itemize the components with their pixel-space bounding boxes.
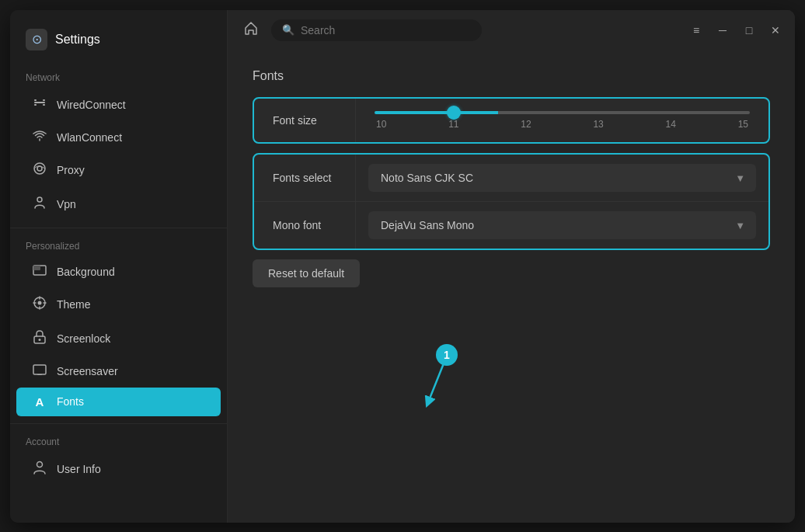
proxy-label: Proxy bbox=[57, 164, 85, 176]
sidebar-item-wlanconnect[interactable]: WlanConnect bbox=[16, 123, 221, 152]
screensaver-label: Screensaver bbox=[57, 365, 118, 377]
tick-15: 15 bbox=[738, 119, 748, 130]
svg-rect-4 bbox=[43, 104, 45, 106]
sidebar-item-wiredconnect[interactable]: WiredConnect bbox=[16, 89, 221, 121]
tick-11: 11 bbox=[448, 119, 458, 130]
fonts-select-label: Fonts select bbox=[254, 159, 355, 196]
svg-point-7 bbox=[37, 197, 42, 202]
wifi-icon bbox=[32, 130, 47, 144]
tick-13: 13 bbox=[593, 119, 603, 130]
slider-labels: 10 11 12 13 14 15 bbox=[375, 119, 750, 130]
svg-rect-1 bbox=[34, 99, 37, 101]
vpn-label: Vpn bbox=[57, 198, 76, 210]
svg-rect-2 bbox=[43, 99, 45, 101]
search-placeholder: Search bbox=[301, 24, 335, 37]
sidebar-item-vpn[interactable]: Vpn bbox=[16, 188, 221, 221]
sidebar-item-proxy[interactable]: Proxy bbox=[16, 154, 221, 186]
svg-point-13 bbox=[39, 339, 41, 341]
svg-rect-15 bbox=[37, 374, 42, 375]
divider-2 bbox=[10, 423, 227, 424]
sidebar-header: ⊙ Settings bbox=[10, 23, 227, 66]
mono-font-row: Mono font DejaVu Sans Mono Noto Mono Lib… bbox=[254, 201, 768, 249]
sidebar-item-fonts[interactable]: A Fonts bbox=[16, 388, 221, 416]
svg-point-17 bbox=[37, 461, 43, 467]
proxy-icon bbox=[32, 162, 47, 179]
svg-point-5 bbox=[34, 163, 45, 174]
vpn-icon bbox=[32, 196, 47, 213]
userinfo-label: User Info bbox=[57, 463, 101, 475]
sidebar: ⊙ Settings Network WiredConnect bbox=[10, 10, 228, 523]
fonts-card: Fonts select Noto Sans CJK SC DejaVu San… bbox=[253, 153, 770, 250]
slider-wrapper: 10 11 12 13 14 15 bbox=[375, 111, 750, 130]
fonts-select-control: Noto Sans CJK SC DejaVu Sans Noto Sans L… bbox=[355, 155, 768, 201]
theme-icon bbox=[32, 296, 47, 313]
tick-14: 14 bbox=[666, 119, 676, 130]
search-icon: 🔍 bbox=[282, 24, 294, 36]
svg-rect-9 bbox=[33, 266, 40, 270]
close-button[interactable]: ✕ bbox=[768, 24, 782, 37]
sidebar-item-theme[interactable]: Theme bbox=[16, 288, 221, 321]
svg-rect-0 bbox=[34, 102, 45, 103]
wlanconnect-label: WlanConnect bbox=[57, 131, 122, 144]
tick-10: 10 bbox=[376, 119, 386, 130]
wiredconnect-label: WiredConnect bbox=[57, 99, 126, 111]
sidebar-item-background[interactable]: Background bbox=[16, 257, 221, 287]
sidebar-item-screensaver[interactable]: Screensaver bbox=[16, 356, 221, 386]
fonts-select-dropdown[interactable]: Noto Sans CJK SC DejaVu Sans Noto Sans L… bbox=[368, 164, 756, 192]
font-size-slider[interactable] bbox=[375, 111, 750, 114]
screenlock-label: Screenlock bbox=[57, 332, 110, 345]
divider-1 bbox=[10, 228, 227, 228]
fonts-select-dropdown-container: Noto Sans CJK SC DejaVu Sans Noto Sans L… bbox=[368, 164, 756, 192]
titlebar: 🔍 Search ≡ ─ □ ✕ bbox=[228, 10, 795, 50]
font-size-label: Font size bbox=[254, 99, 355, 142]
background-icon bbox=[32, 265, 47, 279]
tick-12: 12 bbox=[521, 119, 531, 130]
svg-point-11 bbox=[38, 301, 42, 304]
mono-font-label: Mono font bbox=[254, 207, 355, 244]
menu-button[interactable]: ≡ bbox=[689, 24, 703, 37]
wiredconnect-icon bbox=[32, 96, 47, 113]
reset-button[interactable]: Reset to default bbox=[253, 259, 360, 287]
home-button[interactable] bbox=[240, 17, 262, 43]
screenlock-icon bbox=[32, 330, 47, 347]
font-size-control: 10 11 12 13 14 15 bbox=[355, 99, 768, 142]
sidebar-item-screenlock[interactable]: Screenlock bbox=[16, 322, 221, 355]
search-bar[interactable]: 🔍 Search bbox=[271, 19, 482, 41]
network-section-label: Network bbox=[10, 66, 227, 88]
userinfo-icon bbox=[32, 461, 47, 478]
background-label: Background bbox=[57, 266, 115, 278]
account-section-label: Account bbox=[10, 430, 227, 452]
fonts-label: Fonts bbox=[57, 395, 84, 408]
font-size-card: Font size 10 11 12 13 14 15 bbox=[253, 97, 770, 144]
mono-font-control: DejaVu Sans Mono Noto Mono Liberation Mo… bbox=[355, 202, 768, 249]
mono-font-dropdown-container: DejaVu Sans Mono Noto Mono Liberation Mo… bbox=[368, 211, 756, 239]
screensaver-icon bbox=[32, 364, 47, 378]
maximize-button[interactable]: □ bbox=[742, 24, 756, 37]
minimize-button[interactable]: ─ bbox=[716, 24, 730, 37]
content-area: Fonts Font size 10 11 12 13 14 15 bbox=[228, 50, 795, 523]
page-title: Fonts bbox=[253, 69, 770, 83]
personalized-section-label: Personalized bbox=[10, 235, 227, 256]
fonts-icon: A bbox=[32, 395, 47, 409]
sidebar-title: Settings bbox=[55, 33, 100, 47]
main-panel: 🔍 Search ≡ ─ □ ✕ Fonts Font size bbox=[228, 10, 795, 523]
svg-rect-3 bbox=[34, 104, 37, 106]
svg-rect-14 bbox=[33, 365, 46, 374]
theme-label: Theme bbox=[57, 298, 91, 311]
window-controls: ≡ ─ □ ✕ bbox=[689, 24, 782, 37]
sidebar-item-userinfo[interactable]: User Info bbox=[16, 453, 221, 485]
settings-icon: ⊙ bbox=[26, 29, 47, 50]
mono-font-dropdown[interactable]: DejaVu Sans Mono Noto Mono Liberation Mo… bbox=[368, 211, 756, 239]
fonts-select-row: Fonts select Noto Sans CJK SC DejaVu San… bbox=[254, 155, 768, 201]
